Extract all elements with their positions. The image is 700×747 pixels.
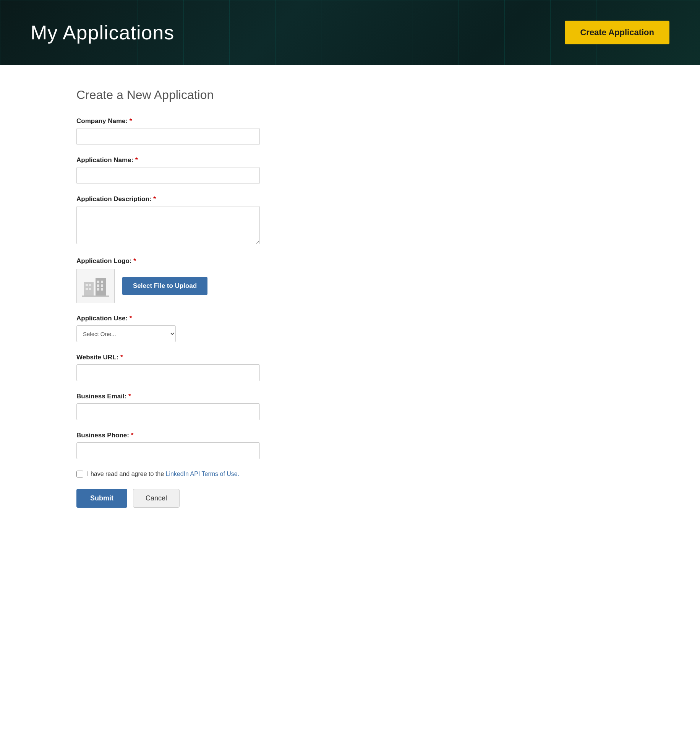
application-name-required: * (133, 156, 138, 164)
svg-rect-10 (97, 288, 99, 291)
website-url-group: Website URL: * (76, 354, 313, 381)
submit-button[interactable]: Submit (76, 489, 127, 508)
company-name-label: Company Name: * (76, 117, 313, 125)
svg-rect-7 (101, 281, 103, 283)
application-use-group: Application Use: * Select One... Commerc… (76, 315, 313, 342)
svg-rect-5 (89, 288, 91, 290)
business-email-required: * (126, 393, 131, 400)
svg-rect-0 (84, 282, 94, 296)
business-phone-required: * (129, 432, 133, 439)
website-url-required: * (118, 354, 123, 361)
company-name-input[interactable] (76, 128, 260, 145)
svg-rect-11 (101, 288, 103, 291)
select-file-button[interactable]: Select File to Upload (122, 277, 207, 295)
svg-rect-9 (101, 284, 103, 287)
application-use-select[interactable]: Select One... Commercial Non-Commercial … (76, 325, 176, 342)
svg-rect-8 (97, 284, 99, 287)
company-name-required: * (128, 117, 132, 125)
application-name-input[interactable] (76, 167, 260, 184)
application-use-required: * (128, 315, 132, 322)
main-content: Create a New Application Company Name: *… (0, 65, 344, 538)
svg-rect-3 (89, 284, 91, 286)
terms-link[interactable]: LinkedIn API Terms of Use. (165, 471, 239, 477)
website-url-label: Website URL: * (76, 354, 313, 361)
create-application-form: Company Name: * Application Name: * Appl… (76, 117, 313, 508)
application-description-label: Application Description: * (76, 195, 313, 203)
svg-rect-4 (86, 288, 88, 290)
svg-rect-2 (86, 284, 88, 286)
application-logo-label: Application Logo: * (76, 257, 313, 265)
business-email-label: Business Email: * (76, 393, 313, 400)
application-description-input[interactable] (76, 206, 260, 244)
terms-label[interactable]: I have read and agree to the LinkedIn AP… (87, 471, 239, 477)
application-use-label: Application Use: * (76, 315, 313, 322)
application-description-group: Application Description: * (76, 195, 313, 246)
page-title: My Applications (31, 21, 174, 44)
action-buttons: Submit Cancel (76, 489, 313, 508)
svg-rect-12 (82, 296, 109, 297)
application-description-required: * (151, 195, 156, 203)
terms-checkbox[interactable] (76, 471, 83, 477)
logo-preview (76, 269, 115, 303)
terms-row: I have read and agree to the LinkedIn AP… (76, 471, 313, 477)
application-logo-group: Application Logo: * (76, 257, 313, 303)
application-name-group: Application Name: * (76, 156, 313, 184)
business-email-input[interactable] (76, 403, 260, 420)
application-name-label: Application Name: * (76, 156, 313, 164)
building-icon (82, 274, 109, 297)
form-title: Create a New Application (76, 88, 313, 102)
business-phone-group: Business Phone: * (76, 432, 313, 459)
business-phone-label: Business Phone: * (76, 432, 313, 439)
application-logo-required: * (131, 257, 136, 265)
logo-upload-area: Select File to Upload (76, 269, 313, 303)
create-application-button[interactable]: Create Application (565, 21, 669, 44)
svg-rect-6 (97, 281, 99, 283)
page-header: My Applications Create Application (0, 0, 700, 65)
business-email-group: Business Email: * (76, 393, 313, 420)
website-url-input[interactable] (76, 364, 260, 381)
cancel-button[interactable]: Cancel (133, 489, 180, 508)
company-name-group: Company Name: * (76, 117, 313, 145)
business-phone-input[interactable] (76, 442, 260, 459)
